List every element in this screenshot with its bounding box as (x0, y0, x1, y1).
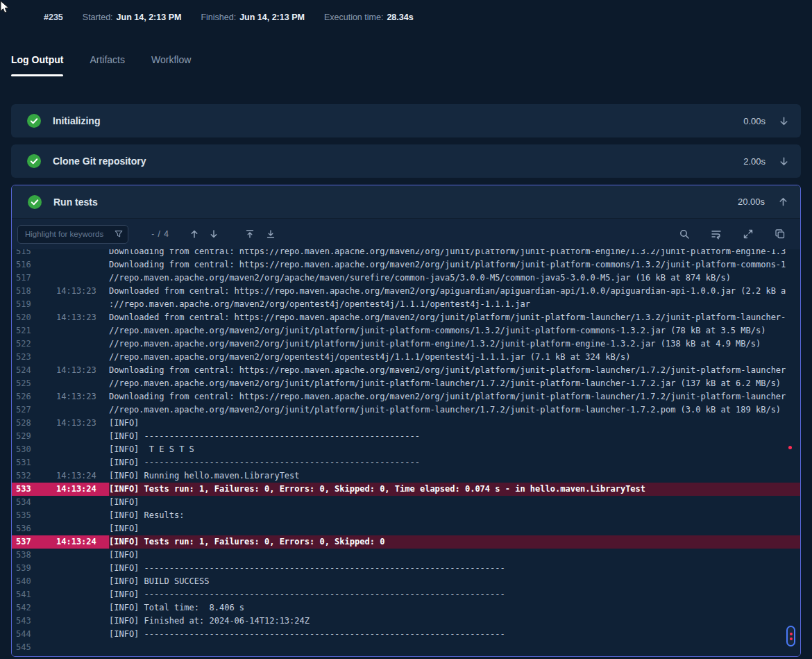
section-initializing[interactable]: Initializing 0.00s (11, 104, 801, 137)
log-line-number[interactable]: 542 (12, 601, 56, 615)
log-line-timestamp (56, 628, 109, 641)
log-line-number[interactable]: 526 (12, 390, 56, 403)
log-line-text: //repo.maven.apache.org/maven2/org/apach… (109, 272, 800, 285)
log-line-text: [INFO] ---------------------------------… (109, 588, 800, 601)
section-title: Run tests (53, 197, 98, 208)
log-line-number[interactable]: 530 (12, 443, 56, 456)
log-line-timestamp: 14:13:23 (56, 311, 109, 324)
started-value: Jun 14, 2:13 PM (117, 12, 182, 22)
started-label: Started: (83, 12, 113, 22)
log-line-timestamp (56, 522, 109, 535)
log-line-timestamp (56, 588, 109, 601)
section-duration: 20.00s (738, 197, 765, 207)
log-line: 530 [INFO] T E S T S (12, 443, 800, 456)
log-line-number[interactable]: 517 (12, 272, 56, 285)
search-button[interactable] (675, 225, 693, 243)
filter-funnel-icon[interactable] (114, 229, 124, 242)
log-line-number[interactable]: 515 (12, 249, 56, 258)
log-viewer: 515 Downloading from central: https://re… (12, 249, 800, 656)
log-line-number[interactable]: 521 (12, 324, 56, 337)
log-line-timestamp: 14:13:24 (56, 483, 109, 496)
log-line-number[interactable]: 518 (12, 285, 56, 298)
log-line-timestamp (56, 496, 109, 509)
scroll-to-bottom-button[interactable] (262, 225, 280, 243)
log-line: 539 [INFO] -----------------------------… (12, 562, 800, 575)
log-line-number[interactable]: 537 (12, 535, 56, 549)
tab-workflow[interactable]: Workflow (151, 54, 191, 76)
log-line: 518 14:13:23 Downloaded from central: ht… (12, 285, 800, 298)
log-line-number[interactable]: 531 (12, 456, 56, 469)
log-line-number[interactable]: 532 (12, 469, 56, 483)
log-line: 526 14:13:23 Downloading from central: h… (12, 390, 800, 403)
log-line: 540 [INFO] BUILD SUCCESS (12, 575, 800, 588)
log-line-timestamp (56, 456, 109, 469)
log-line-number[interactable]: 543 (12, 615, 56, 628)
log-line-text: [INFO] Tests run: 1, Failures: 0, Errors… (109, 483, 800, 496)
log-line-text: //repo.maven.apache.org/maven2/org/junit… (109, 324, 800, 337)
log-line: 537 14:13:24 [INFO] Tests run: 1, Failur… (12, 535, 800, 549)
log-line-number[interactable]: 536 (12, 522, 56, 535)
log-line-text: [INFO] (109, 496, 800, 509)
log-line-text: [INFO] ---------------------------------… (109, 430, 800, 443)
log-toolbar: - / 4 (12, 219, 800, 249)
scrollbar-thumb[interactable] (786, 626, 795, 647)
log-line-timestamp: 14:13:23 (56, 285, 109, 298)
tab-log-output[interactable]: Log Output (11, 54, 63, 76)
log-line-timestamp (56, 443, 109, 456)
log-line-timestamp (56, 272, 109, 285)
log-line: 520 14:13:23 Downloaded from central: ht… (12, 311, 800, 324)
log-line-number[interactable]: 535 (12, 509, 56, 522)
log-line-number[interactable]: 520 (12, 311, 56, 324)
log-line-number[interactable]: 533 (12, 483, 56, 496)
log-line: 532 14:13:24 [INFO] Running hello.maven.… (12, 469, 800, 483)
section-title: Clone Git repository (53, 156, 146, 167)
log-line-number[interactable]: 545 (12, 641, 56, 654)
log-line: 533 14:13:24 [INFO] Tests run: 1, Failur… (12, 483, 800, 496)
wrap-lines-button[interactable] (707, 225, 725, 243)
tab-artifacts[interactable]: Artifacts (90, 54, 125, 76)
log-line-timestamp (56, 601, 109, 615)
log-line-text: Downloading from central: https://repo.m… (109, 364, 800, 377)
expand-arrow-down-icon[interactable] (778, 156, 790, 167)
success-check-icon (27, 194, 42, 210)
section-run-tests-header[interactable]: Run tests 20.00s (12, 185, 800, 219)
log-line-number[interactable]: 540 (12, 575, 56, 588)
log-line-timestamp: 14:13:23 (56, 364, 109, 377)
log-line: 538 [INFO] (12, 549, 800, 562)
section-duration: 2.00s (743, 156, 766, 167)
collapse-arrow-up-icon[interactable] (777, 196, 789, 208)
log-line-number[interactable]: 525 (12, 377, 56, 390)
log-line-number[interactable]: 534 (12, 496, 56, 509)
finished-label: Finished: (201, 12, 236, 22)
next-match-button[interactable] (205, 225, 223, 243)
log-line-number[interactable]: 544 (12, 628, 56, 641)
log-line-timestamp (56, 324, 109, 337)
copy-log-button[interactable] (771, 225, 789, 243)
log-line: 521 //repo.maven.apache.org/maven2/org/j… (12, 324, 800, 337)
expand-arrow-down-icon[interactable] (778, 115, 790, 127)
log-line-number[interactable]: 519 (12, 298, 56, 311)
section-clone-git-repository[interactable]: Clone Git repository 2.00s (11, 144, 801, 178)
log-line-number[interactable]: 527 (12, 403, 56, 417)
scroll-to-top-button[interactable] (241, 225, 259, 243)
build-started: Started: Jun 14, 2:13 PM (83, 12, 182, 22)
build-header: #235 Started: Jun 14, 2:13 PM Finished: … (0, 0, 812, 36)
section-title: Initializing (53, 115, 100, 126)
log-line-number[interactable]: 541 (12, 588, 56, 601)
keyword-filter-input[interactable] (17, 225, 128, 244)
log-line-number[interactable]: 539 (12, 562, 56, 575)
log-line-timestamp (56, 509, 109, 522)
log-line-number[interactable]: 516 (12, 258, 56, 272)
log-line-timestamp (56, 403, 109, 417)
fullscreen-button[interactable] (739, 225, 757, 243)
log-line-number[interactable]: 528 (12, 417, 56, 430)
log-line: 542 [INFO] Total time: 8.406 s (12, 601, 800, 615)
log-line-number[interactable]: 523 (12, 351, 56, 364)
log-line-number[interactable]: 529 (12, 430, 56, 443)
log-line-number[interactable]: 522 (12, 337, 56, 351)
log-line-text: [INFO] (109, 417, 800, 430)
log-view-actions (675, 225, 789, 243)
prev-match-button[interactable] (185, 225, 203, 243)
log-line-number[interactable]: 524 (12, 364, 56, 377)
log-line-number[interactable]: 538 (12, 549, 56, 562)
